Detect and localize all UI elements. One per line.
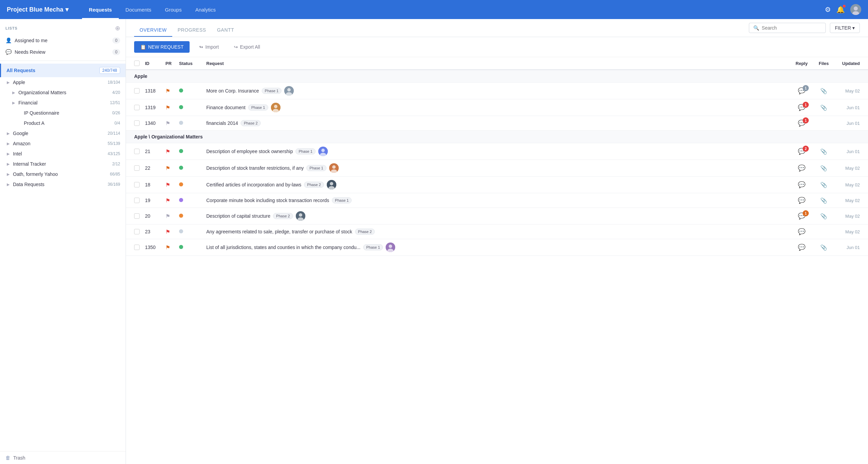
product-a-count: 0/4 <box>114 121 120 126</box>
chevron-oath: ▶ <box>7 172 12 177</box>
svg-point-7 <box>274 105 277 108</box>
row-request[interactable]: Certified articles of incorporation and … <box>204 177 790 193</box>
row-request[interactable]: Description of employee stock ownership … <box>204 143 790 160</box>
attachment-icon: 📎 <box>820 105 827 111</box>
add-list-icon[interactable]: ⊕ <box>115 24 120 32</box>
sidebar-item-apple[interactable]: ▶ Apple 18/104 <box>0 77 126 87</box>
export-button[interactable]: ↪ Export All <box>228 41 266 53</box>
request-avatar <box>271 103 280 112</box>
sidebar-item-intel[interactable]: ▶ Intel 43/125 <box>0 149 126 159</box>
nav-groups[interactable]: Groups <box>158 0 188 19</box>
row-checkbox[interactable] <box>134 165 140 171</box>
oath-count: 66/85 <box>110 172 120 177</box>
row-checkbox[interactable] <box>134 245 140 250</box>
sidebar-item-internal-tracker[interactable]: ▶ Internal Tracker 2/12 <box>0 159 126 169</box>
row-checkbox[interactable] <box>134 182 140 187</box>
sidebar-item-trash[interactable]: 🗑 Trash <box>0 451 126 464</box>
requests-table: ID PR Status Request Reply Files Updated… <box>126 57 868 256</box>
user-avatar[interactable] <box>850 4 861 15</box>
request-text: Corporate minute book including stock tr… <box>206 198 329 203</box>
row-request[interactable]: More on Corp. Insurance Phase 1 <box>204 83 790 99</box>
row-checkbox[interactable] <box>134 105 140 110</box>
nav-documents[interactable]: Documents <box>119 0 158 19</box>
sub-nav: OVERVIEW PROGRESS GANTT 🔍 FILTER ▾ <box>126 19 868 37</box>
row-updated: Jun 01 <box>834 116 868 131</box>
select-all-checkbox[interactable] <box>134 61 140 66</box>
assigned-icon: 👤 <box>5 37 12 44</box>
row-checkbox[interactable] <box>134 198 140 203</box>
svg-point-1 <box>854 6 858 11</box>
sidebar-item-ip-questionnaire[interactable]: IP Questionnaire 0/26 <box>0 108 126 118</box>
sidebar-item-amazon[interactable]: ▶ Amazon 55/139 <box>0 138 126 149</box>
tab-overview[interactable]: OVERVIEW <box>134 27 172 37</box>
nav-analytics[interactable]: Analytics <box>189 0 223 19</box>
row-updated: May 02 <box>834 225 868 239</box>
table-row: 20 ⚑ Description of capital structure Ph… <box>126 208 868 225</box>
row-check <box>126 83 142 99</box>
sidebar-item-product-a[interactable]: Product A 0/4 <box>0 118 126 128</box>
row-files: 📎 <box>814 239 834 256</box>
sidebar-item-needs-review[interactable]: 💬 Needs Review 0 <box>0 46 126 58</box>
row-checkbox[interactable] <box>134 120 140 126</box>
notifications-icon[interactable]: 🔔 <box>836 5 845 14</box>
nav-right: ⚙ 🔔 <box>825 4 861 15</box>
row-files <box>814 225 834 239</box>
nav-links: Requests Documents Groups Analytics <box>82 0 223 19</box>
row-request[interactable]: Finance document Phase 1 <box>204 99 790 116</box>
reply-empty-icon: 💬 <box>798 228 805 235</box>
settings-icon[interactable]: ⚙ <box>825 5 831 14</box>
table-row: 1340 ⚑ financials 2014 Phase 2 💬 1 Jun 0… <box>126 116 868 131</box>
sidebar-item-data-requests[interactable]: ▶ Data Requests 36/169 <box>0 179 126 189</box>
flag-red-icon: ⚑ <box>165 182 170 188</box>
brand[interactable]: Project Blue Mecha ▾ <box>7 6 68 13</box>
sidebar-item-oath[interactable]: ▶ Oath, formerly Yahoo 66/85 <box>0 169 126 179</box>
svg-point-19 <box>299 213 302 217</box>
row-pr: ⚑ <box>163 193 176 208</box>
sidebar-item-google[interactable]: ▶ Google 20/114 <box>0 128 126 138</box>
status-dot <box>179 88 183 93</box>
request-text: Any agreements related to sale, pledge, … <box>206 229 352 234</box>
search-input[interactable] <box>762 25 821 31</box>
sidebar-header: LISTS ⊕ <box>0 19 126 35</box>
flag-orange-icon: ⚑ <box>165 165 170 171</box>
row-pr: ⚑ <box>163 83 176 99</box>
row-id: 21 <box>142 143 163 160</box>
reply-with-badge: 💬 1 <box>798 87 805 95</box>
status-dot <box>179 121 183 125</box>
row-checkbox[interactable] <box>134 149 140 154</box>
sidebar-item-org-matters[interactable]: ▶ Organizational Matters 4/20 <box>0 87 126 98</box>
row-status <box>176 177 204 193</box>
group-name-prefix: Apple \ <box>134 134 150 139</box>
row-check <box>126 160 142 177</box>
new-request-label: NEW REQUEST <box>148 44 183 50</box>
row-checkbox[interactable] <box>134 229 140 234</box>
nav-requests[interactable]: Requests <box>82 0 119 19</box>
status-dot <box>179 149 183 153</box>
row-files: 📎 <box>814 177 834 193</box>
import-button[interactable]: ↬ Import <box>194 41 224 53</box>
phase-badge: Phase 1 <box>363 244 383 250</box>
group-name-text: Apple <box>134 73 147 79</box>
tab-gantt[interactable]: GANTT <box>212 27 240 37</box>
status-dot <box>179 166 183 170</box>
row-request[interactable]: Description of capital structure Phase 2 <box>204 208 790 225</box>
filter-button[interactable]: FILTER ▾ <box>830 23 860 33</box>
row-checkbox[interactable] <box>134 88 140 94</box>
svg-point-22 <box>389 245 392 248</box>
tab-progress[interactable]: PROGRESS <box>172 27 212 37</box>
intel-count: 43/125 <box>108 151 120 156</box>
row-request[interactable]: Any agreements related to sale, pledge, … <box>204 225 790 239</box>
reply-with-badge: 💬 1 <box>798 104 805 111</box>
sidebar-item-financial[interactable]: ▶ Financial 12/51 <box>0 98 126 108</box>
reply-with-badge: 💬 2 <box>798 148 805 155</box>
new-request-button[interactable]: 📋 NEW REQUEST <box>134 41 190 53</box>
header-updated: Updated <box>834 57 868 70</box>
request-avatar <box>296 211 305 221</box>
row-request[interactable]: financials 2014 Phase 2 <box>204 116 790 131</box>
row-request[interactable]: List of all jurisdictions, states and co… <box>204 239 790 256</box>
sidebar-item-all-requests[interactable]: All Requests 240/748 <box>0 64 126 77</box>
row-checkbox[interactable] <box>134 213 140 219</box>
row-request[interactable]: Corporate minute book including stock tr… <box>204 193 790 208</box>
sidebar-item-assigned[interactable]: 👤 Assigned to me 0 <box>0 35 126 46</box>
row-request[interactable]: Description of stock transfer restrictio… <box>204 160 790 177</box>
